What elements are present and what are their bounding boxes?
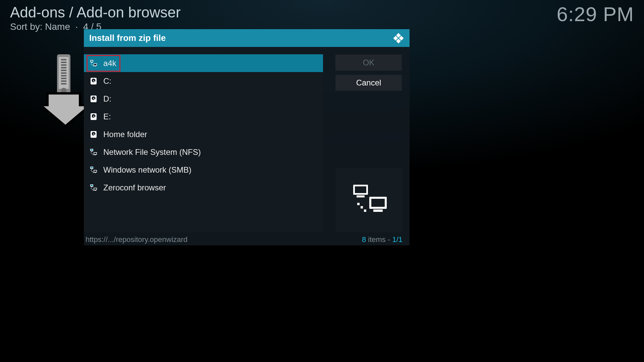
- svg-rect-68: [93, 190, 94, 191]
- file-item-network-file-system-nfs-[interactable]: Network File System (NFS): [84, 143, 323, 161]
- zip-file-icon: [44, 54, 84, 121]
- svg-rect-70: [355, 186, 366, 193]
- svg-rect-22: [95, 66, 96, 66]
- svg-rect-48: [91, 153, 92, 153]
- svg-point-37: [95, 118, 96, 119]
- svg-rect-50: [93, 155, 94, 155]
- svg-rect-74: [373, 209, 383, 212]
- svg-rect-59: [93, 172, 94, 173]
- file-item-home-folder[interactable]: Home folder: [84, 125, 323, 143]
- file-item-label: D:: [103, 94, 111, 104]
- svg-rect-9: [61, 78, 66, 79]
- network-preview-icon: [351, 183, 387, 217]
- footer-count: 8 items - 1/1: [362, 235, 402, 244]
- svg-rect-56: [95, 172, 96, 173]
- svg-rect-52: [91, 167, 93, 168]
- svg-rect-24: [92, 65, 93, 65]
- dialog-title: Install from zip file: [89, 33, 166, 43]
- svg-point-33: [95, 101, 96, 102]
- svg-rect-46: [94, 153, 97, 154]
- clock: 6:29 PM: [557, 3, 634, 26]
- network-icon: [90, 184, 97, 191]
- svg-rect-49: [92, 154, 93, 154]
- file-item-label: Windows network (SMB): [103, 165, 192, 175]
- dialog-buttons: OK Cancel: [335, 55, 402, 95]
- file-list[interactable]: a4kC:D:E:Home folderNetwork File System …: [84, 54, 323, 232]
- svg-rect-75: [357, 203, 360, 205]
- page-indicator: 1/1: [392, 235, 402, 244]
- dialog-titlebar: Install from zip file: [84, 29, 410, 47]
- sort-label: Sort by: Name: [10, 21, 70, 32]
- drive-icon: [90, 131, 97, 138]
- svg-rect-4: [61, 64, 66, 66]
- svg-rect-11: [61, 83, 66, 84]
- svg-rect-77: [364, 209, 366, 212]
- svg-rect-18: [91, 60, 93, 62]
- ok-button[interactable]: OK: [335, 55, 402, 71]
- svg-rect-76: [361, 206, 363, 208]
- file-item-label: Zeroconf browser: [103, 183, 166, 192]
- svg-rect-19: [91, 62, 92, 63]
- header: Add-ons / Add-on browser Sort by: Name ·…: [10, 4, 181, 32]
- svg-rect-2: [61, 59, 66, 60]
- svg-rect-25: [93, 66, 94, 66]
- dot-separator: ·: [73, 21, 83, 32]
- svg-rect-47: [95, 155, 96, 155]
- svg-rect-21: [94, 64, 97, 65]
- svg-rect-6: [61, 70, 66, 71]
- svg-rect-55: [94, 170, 97, 172]
- svg-point-29: [95, 83, 96, 84]
- file-item-e-[interactable]: E:: [84, 108, 323, 125]
- drive-icon: [90, 113, 97, 120]
- svg-rect-73: [371, 199, 385, 207]
- svg-rect-61: [91, 185, 93, 186]
- dialog-footer: https://.../repository.openwizard 8 item…: [86, 235, 402, 244]
- file-item-label: Home folder: [103, 130, 147, 139]
- svg-rect-10: [61, 80, 66, 82]
- drive-icon: [90, 77, 97, 85]
- file-item-windows-network-smb-[interactable]: Windows network (SMB): [84, 161, 323, 179]
- drive-icon: [90, 95, 97, 103]
- svg-rect-62: [91, 187, 92, 187]
- breadcrumb: Add-ons / Add-on browser: [10, 4, 181, 21]
- footer-path: https://.../repository.openwizard: [86, 235, 187, 244]
- svg-rect-64: [94, 188, 97, 190]
- network-icon: [90, 60, 97, 67]
- item-count: 8: [362, 235, 366, 244]
- svg-rect-58: [92, 171, 93, 172]
- file-item-d-[interactable]: D:: [84, 90, 323, 108]
- file-item-c-[interactable]: C:: [84, 72, 323, 90]
- svg-rect-65: [95, 190, 96, 191]
- network-icon: [90, 166, 97, 174]
- svg-point-41: [95, 136, 96, 137]
- file-item-label: a4k: [103, 59, 116, 68]
- file-item-label: Network File System (NFS): [103, 147, 201, 157]
- cancel-button[interactable]: Cancel: [335, 75, 402, 91]
- svg-rect-53: [91, 169, 92, 170]
- file-item-a4k[interactable]: a4k: [84, 54, 323, 72]
- svg-rect-57: [91, 170, 92, 171]
- svg-rect-3: [61, 62, 66, 63]
- svg-rect-43: [91, 149, 93, 150]
- network-icon: [90, 148, 97, 156]
- svg-rect-23: [91, 64, 92, 64]
- file-item-label: C:: [103, 76, 111, 86]
- preview-panel: [335, 168, 402, 232]
- kodi-logo-icon: [393, 33, 404, 44]
- file-item-label: E:: [103, 112, 111, 121]
- svg-rect-44: [91, 151, 92, 152]
- svg-rect-7: [61, 72, 66, 74]
- svg-rect-5: [61, 67, 66, 68]
- svg-rect-71: [357, 195, 365, 197]
- file-item-zeroconf-browser[interactable]: Zeroconf browser: [84, 179, 323, 196]
- svg-rect-8: [61, 75, 66, 76]
- svg-rect-16: [396, 39, 401, 43]
- svg-rect-67: [92, 189, 93, 190]
- svg-rect-66: [91, 188, 92, 189]
- svg-rect-13: [396, 33, 401, 38]
